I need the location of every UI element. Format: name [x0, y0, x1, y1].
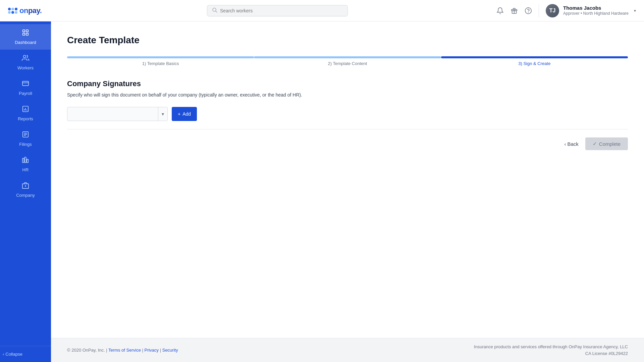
plus-icon: + — [178, 111, 180, 117]
step-3-label: 3) Sign & Create — [518, 61, 550, 66]
step-1-label: 1) Template Basics — [142, 61, 179, 66]
chevron-down-icon: ▾ — [634, 8, 636, 13]
dropdown-chevron-icon[interactable]: ▾ — [158, 107, 167, 121]
footer-insurance-line1: Insurance products and services offered … — [474, 344, 628, 350]
svg-point-4 — [525, 7, 531, 13]
step-2-label: 2) Template Content — [328, 61, 367, 66]
user-name: Thomas Jacobs — [563, 5, 629, 11]
user-role: Approver • North Highland Hardware — [563, 11, 629, 16]
dashboard-icon — [22, 29, 29, 38]
page-body: Create Template 1) Template Basics 2) Te… — [51, 21, 644, 338]
back-button-label: Back — [567, 141, 578, 147]
section-title: Company Signatures — [67, 79, 628, 88]
sidebar-item-dashboard[interactable]: Dashboard — [0, 24, 51, 50]
header-actions: TJ Thomas Jacobs Approver • North Highla… — [496, 4, 636, 17]
sidebar-item-label: HR — [22, 167, 29, 172]
footer-privacy-link[interactable]: Privacy — [144, 348, 159, 353]
logo-dot — [11, 8, 14, 10]
svg-rect-22 — [24, 157, 26, 163]
notifications-button[interactable] — [496, 7, 504, 14]
svg-point-10 — [23, 55, 26, 58]
sidebar-item-label: Company — [16, 193, 35, 198]
action-row: ‹ Back ✓ Complete — [67, 137, 628, 150]
complete-button-label: Complete — [599, 141, 621, 147]
sidebar-item-label: Payroll — [19, 91, 32, 96]
search-box — [207, 5, 348, 16]
signature-select-input[interactable] — [67, 107, 158, 121]
footer-copyright: © 2020 OnPay, Inc. | — [67, 348, 107, 353]
step-3: 3) Sign & Create — [441, 56, 628, 66]
sidebar-item-label: Reports — [18, 116, 33, 121]
sidebar-item-payroll[interactable]: Payroll — [0, 75, 51, 101]
svg-line-1 — [216, 11, 217, 12]
sidebar-item-hr[interactable]: HR — [0, 152, 51, 177]
company-icon — [22, 182, 29, 191]
footer-insurance-line2: CA License #0L29422 — [474, 350, 628, 357]
svg-rect-11 — [22, 81, 29, 86]
back-button[interactable]: ‹ Back — [564, 141, 578, 147]
sidebar: Dashboard Workers Payroll — [0, 21, 51, 362]
sidebar-item-filings[interactable]: Filings — [0, 126, 51, 152]
logo-dot — [8, 11, 11, 14]
reports-icon — [22, 105, 29, 114]
step-1-bar — [67, 56, 254, 58]
filings-icon — [22, 131, 29, 140]
page-title: Create Template — [67, 35, 628, 46]
sidebar-collapse-button[interactable]: ‹ Collapse — [0, 346, 51, 362]
search-input[interactable] — [220, 8, 343, 13]
footer-security-link[interactable]: Security — [162, 348, 178, 353]
logo-dot — [15, 11, 17, 14]
svg-rect-9 — [23, 33, 25, 35]
svg-rect-23 — [27, 159, 29, 163]
sidebar-item-workers[interactable]: Workers — [0, 50, 51, 75]
sidebar-item-label: Workers — [17, 65, 34, 70]
footer: © 2020 OnPay, Inc. | Terms of Service | … — [51, 338, 644, 362]
chevron-left-icon: ‹ — [3, 352, 4, 357]
step-2-bar — [254, 56, 441, 58]
back-icon: ‹ — [564, 141, 566, 147]
workers-icon — [22, 54, 29, 63]
footer-left: © 2020 OnPay, Inc. | Terms of Service | … — [67, 348, 178, 353]
svg-rect-21 — [22, 158, 24, 163]
search-icon — [212, 7, 217, 14]
footer-terms-link[interactable]: Terms of Service — [108, 348, 141, 353]
svg-rect-7 — [26, 30, 28, 32]
step-3-bar — [441, 56, 628, 58]
header-divider — [539, 4, 539, 17]
svg-rect-6 — [23, 30, 25, 32]
logo-dot — [11, 11, 14, 14]
help-button[interactable] — [525, 7, 532, 14]
logo-dots — [8, 8, 17, 14]
sidebar-item-company[interactable]: Company — [0, 177, 51, 202]
sidebar-item-reports[interactable]: Reports — [0, 101, 51, 126]
avatar-image: TJ — [546, 4, 559, 17]
section-divider — [67, 129, 628, 129]
gifts-button[interactable] — [511, 7, 518, 14]
payroll-icon — [22, 80, 29, 89]
collapse-label: Collapse — [5, 352, 22, 357]
main-content: Create Template 1) Template Basics 2) Te… — [51, 21, 644, 362]
logo-dot — [15, 8, 17, 10]
logo-dot — [8, 8, 11, 10]
hr-icon — [22, 156, 29, 165]
svg-rect-8 — [26, 33, 28, 35]
checkmark-icon: ✓ — [593, 141, 597, 147]
sidebar-item-label: Filings — [19, 142, 32, 147]
app-body: Dashboard Workers Payroll — [0, 21, 644, 362]
add-button[interactable]: + Add — [172, 107, 197, 121]
section-description: Specify who will sign this document on b… — [67, 92, 628, 98]
avatar: TJ — [546, 4, 559, 17]
app-header: onpay. — [0, 0, 644, 21]
user-profile[interactable]: TJ Thomas Jacobs Approver • North Highla… — [546, 4, 636, 17]
step-2: 2) Template Content — [254, 56, 441, 66]
add-button-label: Add — [182, 111, 191, 117]
sidebar-item-label: Dashboard — [15, 40, 36, 45]
footer-right: Insurance products and services offered … — [474, 344, 628, 357]
stepper: 1) Template Basics 2) Template Content 3… — [67, 56, 628, 66]
logo: onpay. — [8, 6, 58, 15]
signature-row: ▾ + Add — [67, 107, 628, 121]
step-1: 1) Template Basics — [67, 56, 254, 66]
logo-text: onpay. — [19, 6, 42, 15]
user-details: Thomas Jacobs Approver • North Highland … — [563, 5, 629, 16]
complete-button[interactable]: ✓ Complete — [585, 137, 628, 150]
